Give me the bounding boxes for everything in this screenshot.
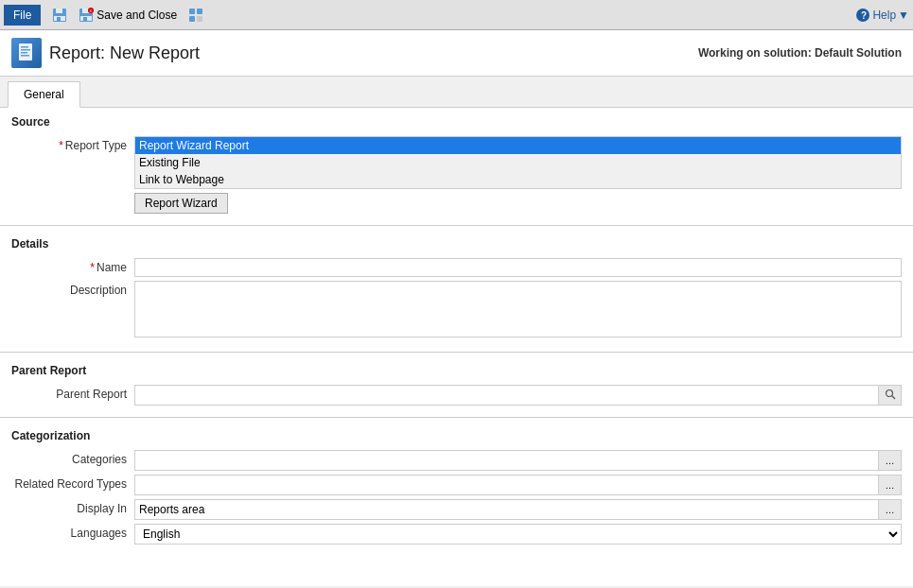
display-in-row: Display In …: [11, 499, 902, 520]
help-label: Help: [872, 9, 896, 22]
source-section: Source Report Type Report Wizard Report …: [0, 108, 913, 221]
solution-info: Working on solution: Default Solution: [698, 46, 902, 60]
categories-label: Categories: [11, 450, 134, 466]
name-label: Name: [11, 258, 134, 274]
help-button[interactable]: ? Help ▼: [855, 8, 909, 23]
svg-rect-19: [21, 52, 27, 54]
related-record-types-label: Related Record Types: [11, 475, 134, 491]
categories-field: …: [134, 450, 902, 471]
svg-rect-5: [82, 9, 89, 13]
related-record-icon: …: [886, 480, 895, 491]
display-in-input[interactable]: [134, 499, 879, 520]
parent-report-section: Parent Report Parent Report: [0, 356, 913, 413]
parent-report-input-group: [134, 385, 902, 406]
save-close-icon: x: [79, 8, 94, 23]
categories-row: Categories …: [11, 450, 902, 471]
lookup-icon: [885, 389, 896, 402]
parent-report-row: Parent Report: [11, 385, 902, 406]
details-section: Details Name Description: [0, 230, 913, 348]
extra-toolbar-button[interactable]: [183, 5, 209, 26]
report-page-icon: [11, 38, 42, 68]
parent-report-label: Parent Report: [11, 385, 134, 401]
report-type-option-wizard[interactable]: Report Wizard Report: [135, 137, 901, 154]
extra-icon: [188, 8, 203, 23]
report-type-option-existing[interactable]: Existing File: [135, 154, 901, 171]
related-record-types-lookup-button[interactable]: …: [879, 475, 902, 495]
save-and-close-button[interactable]: x Save and Close: [73, 5, 183, 26]
parent-report-field: [134, 385, 902, 406]
display-in-icon: …: [886, 505, 895, 515]
save-icon: [52, 8, 67, 23]
svg-rect-20: [21, 55, 29, 57]
source-section-title: Source: [11, 115, 902, 130]
description-label: Description: [11, 281, 134, 297]
svg-rect-17: [21, 46, 28, 48]
report-type-label: Report Type: [11, 136, 134, 152]
file-button[interactable]: File: [4, 5, 41, 26]
report-type-list[interactable]: Report Wizard Report Existing File Link …: [134, 136, 902, 189]
parent-report-lookup-button[interactable]: [879, 385, 902, 406]
related-record-types-input[interactable]: [134, 475, 879, 495]
description-input[interactable]: [134, 281, 902, 337]
save-and-close-label: Save and Close: [97, 9, 177, 22]
page-title: Report: New Report: [49, 43, 200, 63]
report-type-option-webpage[interactable]: Link to Webpage: [135, 171, 901, 188]
svg-line-22: [891, 396, 895, 400]
related-record-types-field: …: [134, 475, 902, 495]
languages-select[interactable]: English French German Spanish: [134, 524, 902, 545]
display-in-lookup-button[interactable]: …: [879, 499, 902, 520]
svg-rect-13: [197, 16, 202, 22]
details-section-title: Details: [11, 237, 902, 252]
tab-general[interactable]: General: [8, 81, 80, 108]
display-in-input-group: …: [134, 499, 902, 520]
categories-input[interactable]: [134, 450, 879, 471]
save-button[interactable]: [46, 5, 73, 26]
help-icon: ?: [855, 8, 870, 23]
svg-rect-11: [197, 9, 202, 14]
svg-rect-12: [189, 16, 195, 22]
categories-input-group: …: [134, 450, 902, 471]
languages-field: English French German Spanish: [134, 524, 902, 545]
parent-report-input[interactable]: [134, 385, 879, 406]
svg-rect-1: [56, 9, 62, 13]
description-row: Description: [11, 281, 902, 340]
categories-icon: …: [886, 456, 895, 466]
name-input[interactable]: [134, 258, 902, 277]
categorization-section: Categorization Categories … Related Reco…: [0, 422, 913, 552]
svg-rect-3: [57, 17, 61, 21]
name-row: Name: [11, 258, 902, 277]
report-wizard-button[interactable]: Report Wizard: [134, 193, 228, 214]
help-chevron-icon: ▼: [898, 9, 909, 22]
toolbar: File x Save and Close: [0, 0, 913, 30]
report-type-row: Report Type Report Wizard Report Existin…: [11, 136, 902, 214]
name-field: [134, 258, 902, 277]
svg-point-21: [886, 390, 892, 397]
svg-text:?: ?: [861, 10, 867, 21]
solution-text: Working on solution: Default Solution: [698, 46, 902, 60]
languages-row: Languages English French German Spanish: [11, 524, 902, 545]
svg-rect-18: [21, 49, 30, 51]
form-body: Source Report Type Report Wizard Report …: [0, 108, 913, 586]
svg-rect-7: [83, 17, 87, 21]
related-record-types-input-group: …: [134, 475, 902, 495]
description-field: [134, 281, 902, 340]
categories-lookup-button[interactable]: …: [879, 450, 902, 471]
related-record-types-row: Related Record Types …: [11, 475, 902, 495]
page-header: Report: New Report Working on solution: …: [0, 30, 913, 77]
display-in-field: …: [134, 499, 902, 520]
categorization-section-title: Categorization: [11, 429, 902, 444]
languages-label: Languages: [11, 524, 134, 540]
tabs-container: General: [0, 77, 913, 108]
parent-report-section-title: Parent Report: [11, 364, 902, 379]
svg-rect-10: [189, 9, 195, 14]
header-left: Report: New Report: [11, 38, 200, 68]
report-type-field: Report Wizard Report Existing File Link …: [134, 136, 902, 214]
display-in-label: Display In: [11, 499, 134, 515]
